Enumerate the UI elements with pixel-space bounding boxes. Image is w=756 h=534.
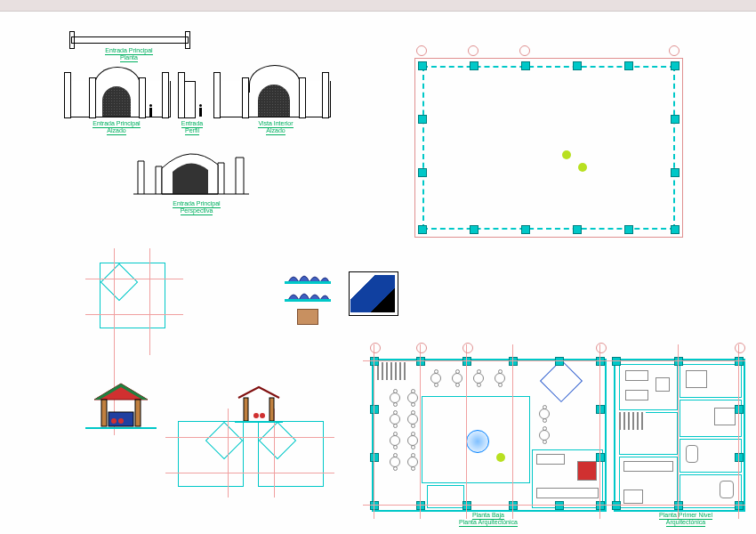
col bbox=[416, 357, 425, 366]
col bbox=[596, 501, 605, 510]
gridline bbox=[512, 344, 513, 519]
roof-col bbox=[521, 61, 530, 70]
gridline bbox=[228, 409, 229, 498]
gridline bbox=[165, 437, 334, 438]
gridline bbox=[85, 279, 183, 279]
col bbox=[462, 501, 471, 510]
tree-icon bbox=[578, 163, 587, 172]
bar-room bbox=[540, 360, 583, 402]
roof-col bbox=[418, 61, 427, 70]
svg-point-10 bbox=[253, 413, 259, 418]
svg-point-6 bbox=[118, 418, 124, 424]
roof-col bbox=[521, 225, 530, 234]
col bbox=[735, 501, 744, 510]
corner-detail-3 bbox=[258, 421, 324, 487]
tree-icon bbox=[496, 453, 505, 462]
entrance-plan-post-l bbox=[69, 31, 75, 49]
col bbox=[735, 453, 744, 462]
axis-marker bbox=[370, 343, 381, 353]
gridline bbox=[374, 344, 374, 519]
bath1 bbox=[680, 439, 742, 473]
col bbox=[674, 357, 683, 366]
fountain-elev-1 bbox=[285, 270, 331, 284]
svg-rect-9 bbox=[269, 398, 274, 421]
gridline bbox=[149, 248, 150, 355]
table-icon bbox=[407, 414, 418, 425]
roof-plan bbox=[414, 58, 683, 238]
col bbox=[555, 357, 564, 366]
roof-col bbox=[573, 225, 582, 234]
axis-marker bbox=[519, 45, 530, 56]
col bbox=[674, 501, 683, 510]
col bbox=[462, 357, 471, 366]
gridline bbox=[85, 314, 183, 315]
col bbox=[370, 405, 379, 414]
table-icon bbox=[407, 457, 418, 467]
vista-int-pillar-3 bbox=[299, 77, 306, 118]
table-icon bbox=[390, 392, 400, 403]
axis-marker bbox=[468, 45, 479, 56]
ent-alzado-pillar-l bbox=[64, 72, 71, 118]
col bbox=[370, 501, 379, 510]
entrance-plan-post-r bbox=[185, 31, 190, 49]
person-1 bbox=[149, 108, 152, 117]
roof-col bbox=[418, 225, 427, 234]
label-ent-perfil: EntradaPerfil bbox=[174, 120, 210, 134]
table-icon bbox=[539, 409, 550, 419]
ent-alzado-pillar-2 bbox=[89, 77, 96, 118]
col bbox=[509, 357, 518, 366]
planta-baja bbox=[372, 359, 607, 512]
person-2 bbox=[199, 108, 202, 117]
label-ent-planta: Entrada PrincipalPlanta bbox=[98, 47, 160, 61]
col bbox=[555, 501, 564, 510]
roof-col bbox=[671, 168, 680, 177]
axis-marker bbox=[596, 343, 607, 353]
roof-col bbox=[624, 61, 633, 70]
vista-int-pillar-r bbox=[322, 72, 329, 118]
table-icon bbox=[495, 373, 505, 384]
ent-alzado-door bbox=[102, 86, 131, 117]
svg-rect-0 bbox=[285, 281, 331, 284]
col bbox=[596, 405, 605, 414]
table-icon bbox=[407, 435, 418, 446]
col bbox=[370, 357, 379, 366]
vista-int-door bbox=[258, 85, 290, 117]
fountain-elev-2 bbox=[285, 287, 331, 302]
label-vista-int: Vista InteriorAlzado bbox=[249, 120, 302, 134]
col bbox=[370, 453, 379, 462]
corner-detail-1 bbox=[100, 263, 165, 328]
gridline bbox=[363, 360, 745, 361]
living bbox=[619, 364, 678, 410]
roof-col bbox=[573, 61, 582, 70]
roof-col bbox=[624, 225, 633, 234]
table-icon bbox=[430, 373, 441, 384]
roof-col bbox=[470, 225, 479, 234]
table-icon bbox=[407, 392, 418, 403]
gridline bbox=[599, 344, 600, 519]
col bbox=[596, 453, 605, 462]
roof-outline bbox=[422, 66, 675, 230]
table-icon bbox=[473, 373, 484, 384]
col bbox=[735, 357, 744, 366]
label-planta-baja: Planta BajaPlanta Arquitectónica bbox=[439, 512, 537, 525]
svg-rect-8 bbox=[244, 398, 248, 421]
staircase-section bbox=[350, 275, 395, 312]
ent-perfil-post bbox=[178, 72, 185, 118]
gridline bbox=[738, 344, 739, 519]
bed1 bbox=[680, 364, 742, 398]
gridline bbox=[466, 344, 467, 519]
stairs-icon bbox=[377, 362, 407, 380]
ent-perspectiva bbox=[133, 145, 249, 198]
col bbox=[612, 501, 621, 510]
kitchen bbox=[532, 449, 603, 508]
table-icon bbox=[539, 430, 550, 441]
roof-col bbox=[470, 61, 479, 70]
kitchen2 bbox=[619, 457, 678, 508]
col bbox=[735, 405, 744, 414]
table-icon bbox=[390, 414, 400, 425]
cad-canvas[interactable]: Entrada PrincipalPlanta Entrada Principa… bbox=[0, 12, 756, 534]
stairs-icon bbox=[619, 412, 646, 430]
axis-marker bbox=[669, 45, 680, 56]
gridline bbox=[678, 344, 679, 519]
svg-rect-3 bbox=[135, 400, 141, 426]
